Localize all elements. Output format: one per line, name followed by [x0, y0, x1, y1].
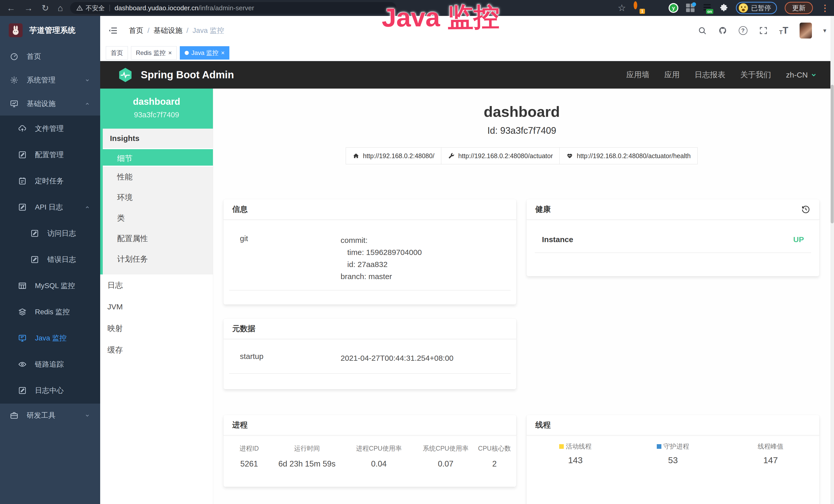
breadcrumb-current: Java 监控 [193, 26, 224, 36]
sidebar-item-label: 研发工具 [27, 411, 56, 420]
sba-nav-wallboard[interactable]: 应用墙 [626, 70, 649, 80]
reload-icon[interactable]: ↻ [42, 4, 49, 12]
forward-icon[interactable]: → [24, 4, 33, 12]
sba-menu-mappings[interactable]: 映射 [100, 318, 213, 339]
scrollbar-track[interactable] [830, 16, 834, 504]
service-url-link[interactable]: http://192.168.0.2:48080/ [346, 147, 441, 164]
health-row-instance: Instance UP [535, 235, 811, 253]
sba-menu-config-props[interactable]: 配置属性 [103, 228, 213, 249]
sidebar-item-error-log[interactable]: 错误日志 [0, 247, 100, 273]
address-bar[interactable]: 不安全 dashboard.yudao.iocoder.cn/infra/adm… [70, 2, 396, 14]
sba-menu-caches[interactable]: 缓存 [100, 339, 213, 361]
close-tab-icon[interactable]: × [168, 50, 172, 56]
sidebar-item-label: Java 监控 [35, 333, 67, 343]
sidebar-item-label: Redis 监控 [35, 307, 70, 317]
sidebar-item-access-log[interactable]: 访问日志 [0, 220, 100, 247]
sba-menu-jvm[interactable]: JVM [100, 296, 213, 318]
avatar-caret-icon[interactable]: ▾ [823, 27, 826, 34]
health-url-link[interactable]: http://192.168.0.2:48080/actuator/health [559, 147, 697, 164]
page-title: dashboard [213, 103, 830, 120]
extension-orange-icon[interactable]: 1 [634, 3, 643, 13]
emoji-avatar-icon [739, 3, 748, 13]
sba-nav-applications[interactable]: 应用 [664, 70, 680, 80]
sidebar-item-home[interactable]: 首页 [0, 45, 100, 68]
actuator-url-link[interactable]: http://192.168.0.2:48080/actuator [441, 147, 560, 164]
monitor-icon [18, 334, 27, 343]
sba-menu-scheduled-tasks[interactable]: 计划任务 [103, 249, 213, 269]
card-process-title: 进程 [223, 415, 516, 435]
scrollbar-thumb[interactable] [831, 85, 834, 223]
extension-y-icon[interactable]: y [668, 3, 678, 13]
value-pid: 5261 [228, 459, 270, 468]
update-button[interactable]: 更新 [785, 2, 813, 14]
sidebar-item-infra[interactable]: 基础设施 [0, 92, 100, 116]
sba-nav-about[interactable]: 关于我们 [740, 70, 771, 80]
history-icon[interactable] [801, 204, 811, 214]
help-glyph: ? [741, 27, 745, 34]
sba-brand-title[interactable]: Spring Boot Admin [141, 69, 234, 81]
extensions-puzzle-icon[interactable] [720, 4, 728, 12]
instance-id: 93a3fc7f7409 [100, 111, 213, 119]
sba-nav-journal[interactable]: 日志报表 [695, 70, 725, 80]
sidebar-item-file[interactable]: 文件管理 [0, 116, 100, 142]
bookmark-star-icon[interactable]: ☆ [618, 3, 626, 13]
sidebar-item-system[interactable]: 系统管理 [0, 68, 100, 92]
sba-locale-select[interactable]: zh-CN [786, 71, 817, 79]
sba-menu-details-active[interactable]: 细节 [103, 148, 213, 167]
breadcrumb-home[interactable]: 首页 [129, 26, 143, 36]
help-icon[interactable]: ? [739, 26, 747, 35]
browser-menu-icon[interactable]: ⋮ [821, 3, 829, 13]
sidebar-item-java-active[interactable]: Java 监控 [0, 325, 100, 351]
card-title-text: 健康 [535, 204, 551, 215]
page-instance-id: Id: 93a3fc7f7409 [213, 125, 830, 136]
sba-menu-metrics[interactable]: 性能 [103, 167, 213, 187]
extension-on-icon[interactable]: on [702, 4, 712, 12]
tab-home[interactable]: 首页 [106, 46, 128, 60]
sidebar-item-redis[interactable]: Redis 监控 [0, 299, 100, 325]
sidebar-item-api-log[interactable]: API 日志 [0, 194, 100, 220]
app-logo-row: 芋道管理系统 [0, 16, 100, 45]
sidebar-item-label: 定时任务 [35, 176, 64, 186]
sidebar-item-trace[interactable]: 链路追踪 [0, 351, 100, 377]
instance-name: dashboard [100, 96, 213, 107]
instance-links: http://192.168.0.2:48080/ http://192.168… [213, 147, 830, 164]
home-icon[interactable]: ⌂ [58, 4, 63, 12]
fullscreen-icon[interactable] [759, 26, 768, 35]
search-icon[interactable] [698, 26, 707, 35]
close-tab-icon[interactable]: × [221, 50, 224, 56]
sidebar-item-label: 错误日志 [47, 255, 76, 265]
extension-gem-icon[interactable] [651, 3, 661, 13]
tab-java-active[interactable]: Java 监控 × [180, 46, 229, 60]
avatar[interactable] [799, 23, 812, 39]
process-table-values: 5261 6d 23h 15m 59s 0.04 0.07 2 [228, 459, 511, 468]
sba-menu-environment[interactable]: 环境 [103, 187, 213, 208]
git-time-line: time: 1596289704000 [341, 246, 422, 258]
active-tab-dot [185, 51, 189, 55]
breadcrumb-infra[interactable]: 基础设施 [154, 26, 182, 36]
extension-grid-icon[interactable] [686, 4, 695, 12]
process-table-header: 进程ID 运行时间 进程CPU使用率 系统CPU使用率 CPU核心数 [228, 444, 511, 453]
sba-menu-logs[interactable]: 日志 [100, 274, 213, 296]
sidebar-item-config[interactable]: 配置管理 [0, 142, 100, 168]
info-key: git [233, 234, 341, 282]
grid-cell [686, 4, 690, 7]
value-system-cpu: 0.07 [414, 459, 478, 468]
github-icon[interactable] [718, 26, 727, 35]
home-icon [353, 153, 359, 159]
sidebar-item-dev-tools[interactable]: 研发工具 [0, 404, 100, 427]
card-title-text: 线程 [535, 420, 551, 430]
tab-redis[interactable]: Redis 监控 × [131, 46, 177, 60]
back-icon[interactable]: ← [7, 4, 16, 12]
profile-paused-pill[interactable]: 已暂停 [736, 2, 777, 14]
insights-section: Insights 细节 性能 环境 类 配置属性 计划任务 [100, 129, 213, 274]
font-size-icon[interactable]: TT [779, 26, 788, 35]
sidebar-item-log-center[interactable]: 日志中心 [0, 377, 100, 404]
briefcase-icon [10, 411, 19, 420]
sidebar-item-job[interactable]: 定时任务 [0, 168, 100, 194]
sidebar-fold-icon[interactable] [108, 25, 118, 36]
sidebar-item-mysql[interactable]: MySQL 监控 [0, 273, 100, 299]
metadata-value: 2021-04-27T00:44:31.254+08:00 [341, 352, 454, 364]
breadcrumb-separator: / [186, 26, 189, 35]
sba-menu-classes[interactable]: 类 [103, 208, 213, 228]
update-label: 更新 [792, 4, 806, 13]
